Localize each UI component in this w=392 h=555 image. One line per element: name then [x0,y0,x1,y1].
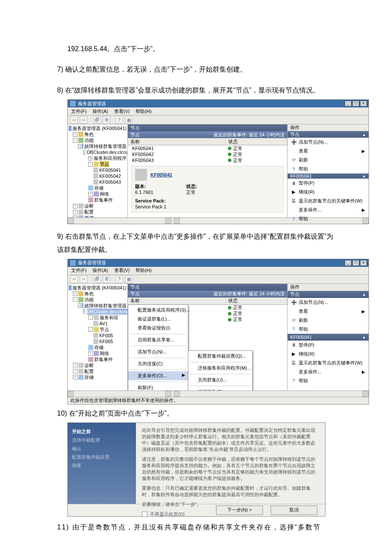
tree-events[interactable]: 群集事件 [94,197,113,203]
tree-roles[interactable]: 角色 [84,131,94,137]
tb-icon-1[interactable]: 🗐 [93,116,101,124]
ctx-sub-destroy[interactable]: 破坏群集(D)... [188,387,252,390]
menu-action[interactable]: 操作(A) [92,108,108,115]
menu-file[interactable]: 文件(F) [71,108,86,115]
window-title: 服务器管理器 [78,260,106,266]
tree-failover[interactable]: 故障转移群集管理器 [84,143,127,149]
ctx-config-service[interactable]: 配置服务或应用程序(S)... [128,306,188,315]
context-submenu[interactable]: 配置群集仲裁设置(Q)... 迁移服务和应用程序(M)... 关闭群集(U)..… [188,350,253,390]
wiz-step-configure: 配置群集仲裁设置 [72,453,132,461]
step-9: 9) 右击群集节点，在上下文菜单中点击“更多操作”，在扩展菜单中选择“配置群集仲… [0,230,392,256]
maximize-button[interactable]: □ [352,260,359,266]
menu-view[interactable]: 查看(V) [114,267,130,274]
wiz-step-select: 选择仲裁配置 [72,436,132,444]
ctx-sub-migrate[interactable]: 迁移服务和应用程序(M)... [188,364,252,373]
action-view[interactable]: 查看▶ [288,147,369,156]
tree-node-2[interactable]: KF005042 [99,173,121,179]
titlebar[interactable]: 服务器管理器 _ □ × [68,259,369,267]
ctx-close-conn[interactable]: 关闭连接(C) [128,359,188,368]
scrollbar[interactable] [68,390,369,397]
wizard-cancel-button[interactable]: 取消 [271,506,317,515]
tb-icon-2[interactable]: 🖹 [103,116,110,124]
action-more[interactable]: 更多操作...▶ [288,205,369,214]
col-status[interactable]: 状态 [226,138,287,145]
tree-store[interactable]: 存储 [84,215,94,217]
actions-pane: 操作 节点▲ ➕添加节点(N)... 查看▶ ⟳刷新 ?帮助 KF005041▲… [288,284,369,390]
action-more[interactable]: 更多操作...▶ [288,367,369,376]
chevron-right-icon: ▶ [182,373,185,377]
ctx-view-report[interactable]: 查看验证报告(I) [128,324,188,332]
action-add-node[interactable]: ➕添加节点(N)... [288,298,369,307]
ctx-refresh[interactable]: 刷新(F) [128,383,188,390]
tree-storage[interactable]: 存储 [94,185,104,191]
action-resume[interactable]: ▶继续(R) [288,350,369,358]
ctx-enable-shared[interactable]: 启用群集共享卷... [128,335,188,344]
tree-node-3[interactable]: KF005043 [99,179,121,185]
action-refresh[interactable]: ⟳刷新 [288,156,369,165]
menu-view[interactable]: 查看(V) [114,108,130,115]
action-resume[interactable]: ▶继续(R) [288,188,369,197]
tb-icon-3[interactable]: ▦ [125,116,133,124]
detail-node-link[interactable]: KF005041 [150,172,172,178]
menu-action[interactable]: 操作(A) [92,267,108,274]
action-view[interactable]: 查看▶ [288,307,369,316]
menu-file[interactable]: 文件(F) [71,267,86,274]
tree-node-1[interactable]: KF005041 [99,167,121,173]
checkbox-icon[interactable] [142,512,147,517]
tree-features[interactable]: 功能 [84,137,94,143]
list-row[interactable]: KF005041 正常 [128,145,287,151]
list-row[interactable]: KF005042 正常 [128,151,287,157]
action-help[interactable]: ?帮助 [288,165,369,173]
ctx-validate[interactable]: 验证该群集(L)... [128,315,188,324]
tree-pane[interactable]: 服务器管理器 (KF005041) +角色 -功能 -故障转移群集管理器 -DB… [68,124,128,217]
tree-nodes[interactable]: 节点 [100,161,109,167]
list-header[interactable]: 名称 状态 [128,138,287,145]
context-menu[interactable]: 配置服务或应用程序(S)... 验证该群集(L)... 查看验证报告(I) 启用… [128,304,188,390]
menu-help[interactable]: 帮助(H) [135,108,151,115]
tree-pane[interactable]: 服务器管理器 (KF005041) +角色 -功能 -故障转移群集管理器 -DB… [68,284,128,390]
detail-state-label: 状态: [186,184,197,189]
close-button[interactable]: × [360,260,367,266]
tree-config[interactable]: 配置 [84,209,94,215]
col-name[interactable]: 名称 [128,138,226,145]
minimize-button[interactable]: _ [345,101,352,107]
tree-diag[interactable]: 诊断 [84,203,94,209]
menubar[interactable]: 文件(F) 操作(A) 查看(V) 帮助(H) [68,107,369,116]
actions-sec2[interactable]: KF005041▲ [288,173,369,179]
close-button[interactable]: × [360,101,367,107]
action-help-2[interactable]: ?帮助 [288,376,369,385]
minimize-button[interactable]: _ [345,260,352,266]
ctx-more[interactable]: 更多操作(O)...▶ [128,371,188,380]
action-pause[interactable]: ⏸暂停(P) [288,179,369,188]
action-help[interactable]: ?帮助 [288,325,369,334]
actions-sec1[interactable]: 节点▲ [288,131,369,138]
server-icon [69,126,72,131]
ctx-sub-shutdown[interactable]: 关闭群集(U)... [188,376,252,384]
tb-help-icon[interactable]: ? [115,116,123,124]
tree-cluster[interactable]: DBCluster.dev.clcrs [87,149,127,155]
tree-av1[interactable]: AV1 [99,321,108,327]
action-add-node[interactable]: ➕添加节点(N)... [288,138,369,147]
nav-fwd-icon[interactable]: ⇨ [80,275,87,283]
maximize-button[interactable]: □ [352,101,359,107]
menubar[interactable]: 文件(F) 操作(A) 查看(V) 帮助(H) [68,267,369,275]
wizard-next-button[interactable]: 下一步(N) > [216,506,263,515]
action-pause[interactable]: ⏸暂停(P) [288,341,369,350]
action-refresh[interactable]: ⟳刷新 [288,316,369,325]
list-row[interactable]: KF005043 正常 [128,157,287,163]
menu-help[interactable]: 帮助(H) [135,267,151,274]
tree-scrollbar[interactable] [68,217,369,224]
ctx-add-node[interactable]: 添加节点(N)... [128,347,188,356]
tree-cluster-selected[interactable]: DBCluster.dev.clcrs [87,309,127,315]
tree-svcapp[interactable]: 服务和应用程序 [94,155,127,161]
ctx-sub-quorum[interactable]: 配置群集仲裁设置(Q)... [188,352,252,361]
nav-back-icon[interactable]: ⇦ [70,116,78,124]
nav-back-icon[interactable]: ⇦ [70,275,78,283]
titlebar[interactable]: 服务器管理器 _ □ × [68,100,369,107]
nav-fwd-icon[interactable]: ⇨ [80,116,87,124]
tree-network[interactable]: 网络 [100,191,109,197]
action-critical-events[interactable]: ☰显示此群集节点的关键事件(W) [288,358,369,367]
tree-root[interactable]: 服务器管理器 (KF005041) [72,125,127,131]
expand-icon[interactable]: + [73,132,78,137]
action-critical-events[interactable]: ☰显示此群集节点的关键事件(W) [288,197,369,205]
